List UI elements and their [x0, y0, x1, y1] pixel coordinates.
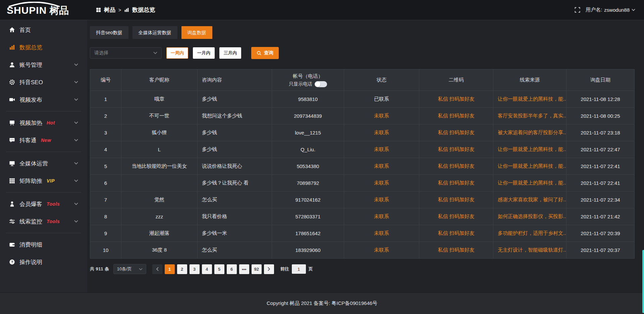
table-row[interactable]: 10 36度 8 怎么买 183929060 未联系 私信 扫码加好友 无主灯设… — [90, 242, 635, 259]
cell-date: 2021-11-07 22:41 — [567, 158, 635, 175]
chevron-down-icon — [74, 121, 78, 124]
side-widget-strip[interactable] — [642, 250, 644, 313]
cell-status: 未联系 — [344, 242, 419, 259]
username-value: zswodun88 — [604, 7, 630, 13]
table-row[interactable]: 2 不可一世 我想问这个多少钱 2097344839 未联系 私信 扫码加好友 … — [90, 108, 635, 124]
sidebar-item-matrix-boost[interactable]: 矩阵助推 VIP — [0, 172, 87, 190]
filter-select[interactable]: 请选择 — [90, 47, 162, 59]
sidebar-item-lead-monitoring[interactable]: 线索监控 Tools — [0, 213, 87, 230]
sidebar-item-video-publish[interactable]: 视频发布 — [0, 91, 87, 108]
sidebar-item-account-management[interactable]: 账号管理 — [0, 56, 87, 73]
sidebar-item-badge: Tools — [47, 219, 60, 224]
cell-source-link[interactable]: 无主灯设计，智能磁吸轨道灯... — [493, 242, 567, 259]
cell-nickname: 觉然 — [121, 192, 198, 208]
cell-account: 2097344839 — [272, 108, 344, 124]
phone-only-toggle[interactable] — [315, 81, 327, 87]
cell-source-link[interactable]: 让你一眼就爱上的黑科技，能... — [493, 158, 567, 175]
cell-nickname: 哦章 — [121, 91, 198, 108]
app-logo[interactable]: SHUPIN 树品 — [0, 0, 87, 20]
user-menu[interactable]: 用户名: zswodun88 — [586, 7, 635, 13]
cell-status: 未联系 — [344, 158, 419, 175]
cell-qrcode-links[interactable]: 私信 扫码加好友 — [419, 242, 493, 259]
monitor-icon — [9, 160, 15, 166]
table-row[interactable]: 4 L 多少钱 Q_Liu. 未联系 私信 扫码加好友 让你一眼就爱上的黑科技，… — [90, 141, 635, 158]
page-button-5[interactable]: 5 — [214, 264, 224, 274]
page-button-92[interactable]: 92 — [252, 264, 262, 274]
range-button-1[interactable]: 一月内 — [193, 47, 215, 59]
cell-source-link[interactable]: 感谢大家喜欢我家，被问了好... — [493, 192, 567, 208]
cell-qrcode-links[interactable]: 私信 扫码加好友 — [419, 208, 493, 225]
cell-source-link[interactable]: 客厅安装投影半年多了，真实... — [493, 108, 567, 124]
cell-qrcode-links[interactable]: 私信 扫码加好友 — [419, 91, 493, 108]
cell-source-link[interactable]: 被大家追着问的客厅投影分享... — [493, 124, 567, 141]
app-grid-icon — [96, 7, 101, 12]
table-row[interactable]: 6 多少钱？让我死心 看 70898792 未联系 私信 扫码加好友 让你一眼就… — [90, 175, 635, 192]
table-row[interactable]: 8 zzz 我只看价格 572803371 未联系 私信 扫码加好友 如何正确选… — [90, 208, 635, 225]
sidebar-item-omnimedia-operation[interactable]: 全媒体运营 — [0, 155, 87, 172]
breadcrumb-item-home[interactable]: 树品 — [104, 6, 115, 14]
table-row[interactable]: 1 哦章 多少钱 9583810 已联系 私信 扫码加好友 让你一眼就爱上的黑科… — [90, 91, 635, 108]
sidebar-item-video-heating[interactable]: 视频加热 Hot — [0, 114, 87, 132]
sidebar-divider — [6, 192, 81, 193]
table-row[interactable]: 9 潮起潮落 多少钱一米 178651642 未联系 私信 扫码加好友 多功能护… — [90, 225, 635, 242]
cell-source-link[interactable]: 如何正确选择投影仪，买投影... — [493, 208, 567, 225]
fullscreen-icon[interactable] — [575, 7, 580, 13]
range-button-2[interactable]: 三月内 — [219, 47, 241, 59]
sidebar-item-douketong[interactable]: 抖客通 New — [0, 132, 87, 149]
table-row[interactable]: 3 狐小狸 多少钱 love__1215 未联系 私信 扫码加好友 被大家追着问… — [90, 124, 635, 141]
goto-page-input[interactable] — [292, 264, 306, 274]
page-button-3[interactable]: 3 — [190, 264, 200, 274]
cell-qrcode-links[interactable]: 私信 扫码加好友 — [419, 141, 493, 158]
cell-account: 183929060 — [272, 242, 344, 259]
page-button-4[interactable]: 4 — [202, 264, 212, 274]
cell-nickname: 不可一世 — [121, 108, 198, 124]
tab-1[interactable]: 全媒体运营数据 — [132, 26, 177, 39]
cell-qrcode-links[interactable]: 私信 扫码加好友 — [419, 124, 493, 141]
sidebar-item-member-promo[interactable]: 会员爆客 Tools — [0, 195, 87, 213]
cell-qrcode-links[interactable]: 私信 扫码加好友 — [419, 225, 493, 242]
sidebar-item-operation-guide[interactable]: ? 操作说明 — [0, 253, 87, 271]
cell-source-link[interactable]: 让你一眼就爱上的黑科技，能... — [493, 91, 567, 108]
question-icon: ? — [9, 259, 15, 265]
cell-content: 多少钱？让我死心 看 — [198, 175, 272, 192]
page-button-6[interactable]: 6 — [227, 264, 237, 274]
table-row[interactable]: 5 当地比较能吃的一位美女 说说价格让我死心 50534380 未联系 私信 扫… — [90, 158, 635, 175]
col-header-status: 状态 — [344, 69, 419, 91]
tab-2[interactable]: 询盘数据 — [181, 26, 212, 39]
cell-date: 2021-11-07 20:39 — [567, 225, 635, 242]
query-button[interactable]: 查询 — [251, 47, 279, 59]
cell-nickname: zzz — [121, 208, 198, 225]
cell-source-link[interactable]: 让你一眼就爱上的黑科技，能... — [493, 175, 567, 192]
page-button-2[interactable]: 2 — [177, 264, 187, 274]
sidebar-divider — [6, 233, 81, 233]
sidebar-item-consumption-details[interactable]: 消费明细 — [0, 236, 87, 253]
cell-nickname: 36度 8 — [121, 242, 198, 259]
col-header-nickname: 客户昵称 — [121, 69, 198, 91]
sidebar-item-home[interactable]: 首页 — [0, 21, 87, 39]
cell-qrcode-links[interactable]: 私信 扫码加好友 — [419, 175, 493, 192]
sidebar-item-data-overview[interactable]: 数据总览 — [0, 39, 87, 56]
prev-page-button[interactable] — [152, 264, 162, 274]
cell-status: 已联系 — [344, 91, 419, 108]
sidebar-item-douyin-seo[interactable]: 抖音SEO — [0, 73, 87, 91]
cell-qrcode-links[interactable]: 私信 扫码加好友 — [419, 158, 493, 175]
range-button-0[interactable]: 一周内 — [166, 47, 188, 59]
tab-0[interactable]: 抖音seo数据 — [90, 26, 128, 39]
cell-source-link[interactable]: 多功能护栏灯，适用于乡村文... — [493, 225, 567, 242]
page-button-1[interactable]: 1 — [165, 264, 175, 274]
sidebar-item-label: 消费明细 — [19, 241, 42, 249]
cell-qrcode-links[interactable]: 私信 扫码加好友 — [419, 108, 493, 124]
phone-toggle-label: 只显示电话 — [289, 81, 312, 87]
cell-source-link[interactable]: 让你一眼就爱上的黑科技，能... — [493, 141, 567, 158]
table-row[interactable]: 7 觉然 怎么买 917024162 未联系 私信 扫码加好友 感谢大家喜欢我家… — [90, 192, 635, 208]
cell-nickname: L — [121, 141, 198, 158]
page-button-•••[interactable]: ••• — [239, 264, 249, 274]
next-page-button[interactable] — [264, 264, 274, 274]
cell-qrcode-links[interactable]: 私信 扫码加好友 — [419, 192, 493, 208]
breadcrumb: 树品 > 数据总览 — [96, 6, 155, 14]
footer: Copyright 树品 2021 备案号: 粤ICP备09019646号 — [0, 293, 644, 314]
sidebar-item-label: 线索监控 — [19, 218, 42, 225]
page-size-select[interactable]: 10条/页 — [113, 264, 146, 274]
cell-status: 未联系 — [344, 175, 419, 192]
wallet-icon — [9, 242, 15, 248]
